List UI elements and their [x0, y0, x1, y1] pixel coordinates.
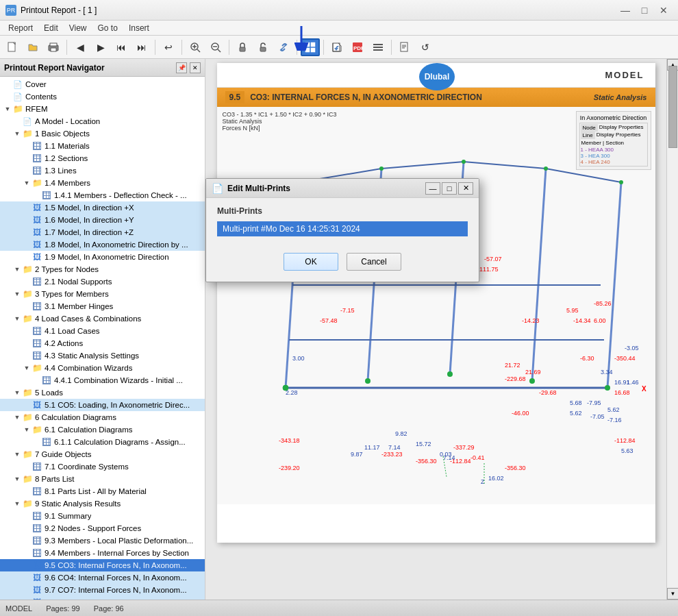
dialog-minimize-button[interactable]: — — [425, 182, 440, 195]
nav-item-cover[interactable]: 📄Cover — [0, 78, 205, 90]
nav-item-model-axon2[interactable]: 🖼1.9 Model, In Axonometric Direction — [0, 251, 205, 263]
nav-item-members-deflection[interactable]: 1.4.1 Members - Deflection Check - ... — [0, 189, 205, 201]
dialog-cancel-button[interactable]: Cancel — [347, 253, 401, 271]
nav-item-materials[interactable]: 1.1 Materials — [0, 140, 205, 152]
nav-item-parts-list[interactable]: ▼📁8 Parts List — [0, 473, 205, 485]
menu-edit[interactable]: Edit — [38, 22, 64, 34]
dialog-maximize-button[interactable]: □ — [442, 182, 457, 195]
open-button[interactable] — [23, 38, 42, 56]
nav-item-static-settings[interactable]: 4.3 Static Analysis Settings — [0, 349, 205, 362]
nav-item-co3[interactable]: 🖼9.5 CO3: Internal Forces N, In Axonom..… — [0, 559, 205, 571]
new-button[interactable] — [3, 38, 22, 56]
nav-item-comb-wizards-init[interactable]: 4.4.1 Combination Wizards - Initial ... — [0, 374, 205, 386]
menu-view[interactable]: View — [64, 22, 92, 34]
toggle-parts-list[interactable]: ▼ — [12, 476, 22, 482]
page-container: Dlubal MODEL 9.5 CO3: INTERNAL FORCES N,… — [217, 63, 655, 543]
toggle-calc-diagrams-item[interactable]: ▼ — [22, 426, 32, 433]
nav-item-basic[interactable]: ▼📁1 Basic Objects — [0, 127, 205, 140]
nav-item-model-loc[interactable]: 📄A Model - Location — [0, 115, 205, 127]
last-button[interactable]: ⏭ — [132, 38, 151, 56]
toggle-types-nodes[interactable]: ▼ — [12, 266, 22, 273]
scroll-thumb[interactable] — [668, 66, 677, 148]
navigator-close-button[interactable]: ✕ — [190, 62, 201, 73]
nav-item-member-hinges[interactable]: 3.1 Member Hinges — [0, 300, 205, 312]
nav-item-comb-wizards[interactable]: ▼📁4.4 Combination Wizards — [0, 362, 205, 374]
back-button[interactable]: ↩ — [159, 38, 178, 56]
toggle-types-members[interactable]: ▼ — [12, 291, 22, 297]
document-button[interactable] — [395, 38, 414, 56]
zoom-out-button[interactable] — [206, 38, 225, 56]
nav-item-types-nodes[interactable]: ▼📁2 Types for Nodes — [0, 263, 205, 275]
nav-item-types-members[interactable]: ▼📁3 Types for Members — [0, 288, 205, 300]
nav-item-static-results[interactable]: ▼📁9 Static Analysis Results — [0, 497, 205, 510]
nav-item-lines[interactable]: 1.3 Lines — [0, 164, 205, 177]
nav-item-loads-co5[interactable]: 🖼5.1 CO5: Loading, In Axonometric Direc.… — [0, 399, 205, 411]
print-button[interactable] — [44, 38, 63, 56]
scroll-down-button[interactable]: ▼ — [667, 588, 678, 600]
menu-goto[interactable]: Go to — [92, 22, 123, 34]
nav-item-contents[interactable]: 📄Contents — [0, 90, 205, 103]
options-button[interactable] — [368, 38, 388, 56]
toggle-basic[interactable]: ▼ — [12, 130, 22, 137]
nav-item-co8[interactable]: 🖼9.8 CO8: Internal Forces N, In Axonom..… — [0, 596, 205, 600]
page-header-right: MODEL — [605, 70, 644, 80]
refresh-button[interactable]: ↺ — [416, 38, 435, 56]
maximize-button[interactable]: □ — [636, 3, 653, 17]
nav-item-parts-all[interactable]: 8.1 Parts List - All by Material — [0, 485, 205, 497]
next-button[interactable]: ▶ — [91, 38, 110, 56]
dialog-list-item[interactable]: Multi-print #Mo Dec 16 14:25:31 2024 — [217, 221, 468, 236]
nav-item-load-cases[interactable]: ▼📁4 Load Cases & Combinations — [0, 312, 205, 325]
toggle-guide-objects[interactable]: ▼ — [12, 451, 22, 458]
svg-point-95 — [379, 167, 384, 171]
nav-item-co4[interactable]: 🖼9.6 CO4: Internal Forces N, In Axonom..… — [0, 571, 205, 584]
nav-item-coord-sys[interactable]: 7.1 Coordinate Systems — [0, 460, 205, 473]
export-button[interactable] — [327, 38, 347, 56]
toggle-members[interactable]: ▼ — [22, 180, 32, 186]
nav-item-nodes-support[interactable]: 9.2 Nodes - Support Forces — [0, 522, 205, 534]
folder-icon-types-nodes: 📁 — [22, 264, 33, 274]
toggle-static-results[interactable]: ▼ — [12, 500, 22, 507]
menu-insert[interactable]: Insert — [123, 22, 155, 34]
nav-label-loads: 5 Loads — [35, 389, 63, 397]
nav-item-members-local[interactable]: 9.3 Members - Local Plastic Deformation.… — [0, 534, 205, 547]
toggle-calc-diagrams[interactable]: ▼ — [12, 414, 22, 421]
toggle-rfem[interactable]: ▼ — [3, 106, 12, 112]
nav-item-actions[interactable]: 4.2 Actions — [0, 337, 205, 349]
nav-item-rfem[interactable]: ▼📁RFEM — [0, 103, 205, 115]
nav-item-model-y[interactable]: 🖼1.6 Model, In direction +Y — [0, 214, 205, 226]
nav-label-member-hinges: 3.1 Member Hinges — [45, 302, 113, 310]
dialog-close-button[interactable]: ✕ — [458, 182, 473, 195]
nav-item-sections[interactable]: 1.2 Sections — [0, 152, 205, 164]
toggle-comb-wizards[interactable]: ▼ — [22, 365, 32, 371]
zoom-in-button[interactable] — [186, 38, 205, 56]
nav-item-co7[interactable]: 🖼9.7 CO7: Internal Forces N, In Axonom..… — [0, 584, 205, 596]
nav-item-nodal-sup[interactable]: 2.1 Nodal Supports — [0, 275, 205, 288]
dialog-ok-button[interactable]: OK — [284, 253, 338, 271]
nav-item-guide-objects[interactable]: ▼📁7 Guide Objects — [0, 448, 205, 460]
menu-report[interactable]: Report — [3, 22, 38, 34]
nav-item-members[interactable]: ▼📁1.4 Members — [0, 177, 205, 189]
nav-item-calc-diagrams[interactable]: ▼📁6 Calculation Diagrams — [0, 411, 205, 423]
nav-item-model-axon[interactable]: 🖼1.8 Model, In Axonometric Direction by … — [0, 238, 205, 251]
close-button[interactable]: ✕ — [655, 3, 673, 17]
first-button[interactable]: ⏮ — [112, 38, 131, 56]
minimize-button[interactable]: — — [616, 3, 634, 17]
export2-button[interactable]: PDF — [348, 38, 367, 56]
nav-item-model-x[interactable]: 🖼1.5 Model, In direction +X — [0, 201, 205, 214]
nav-item-model-z[interactable]: 🖼1.7 Model, In direction +Z — [0, 226, 205, 238]
link-button[interactable] — [274, 38, 293, 56]
lock-button[interactable] — [233, 38, 252, 56]
nav-item-calc-assign[interactable]: 6.1.1 Calculation Diagrams - Assign... — [0, 436, 205, 448]
content-scrollbar[interactable]: ▲ ▼ — [666, 59, 678, 600]
nav-item-members-forces[interactable]: 9.4 Members - Internal Forces by Section — [0, 547, 205, 559]
toggle-load-cases[interactable]: ▼ — [12, 315, 22, 322]
prev-button[interactable]: ◀ — [71, 38, 90, 56]
unlock-button[interactable] — [253, 38, 273, 56]
toggle-loads[interactable]: ▼ — [12, 389, 22, 396]
multiprint-button[interactable] — [301, 38, 320, 56]
nav-item-calc-diagrams-item[interactable]: ▼📁6.1 Calculation Diagrams — [0, 423, 205, 436]
navigator-pin-button[interactable]: 📌 — [176, 62, 187, 73]
nav-item-load-cases-item[interactable]: 4.1 Load Cases — [0, 325, 205, 337]
nav-item-loads[interactable]: ▼📁5 Loads — [0, 386, 205, 399]
nav-item-summary[interactable]: 9.1 Summary — [0, 510, 205, 522]
